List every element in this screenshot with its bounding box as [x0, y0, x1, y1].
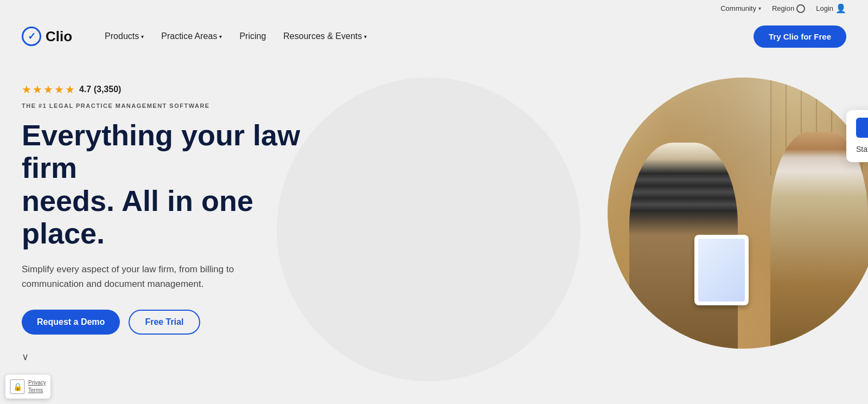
star-rating: ★ ★ ★ ★ ★ — [22, 83, 75, 96]
request-demo-button[interactable]: Request a Demo — [22, 310, 120, 335]
hero-left: ★ ★ ★ ★ ★ 4.7 (3,350) THE #1 LEGAL PRACT… — [22, 72, 304, 363]
rating-row: ★ ★ ★ ★ ★ 4.7 (3,350) — [22, 83, 304, 96]
login-label: Login — [816, 4, 833, 12]
send-bill-card: Send Bill by Email Status Unpaid — [846, 110, 868, 162]
gdpr-icon: 🔒 — [10, 379, 25, 394]
free-trial-button[interactable]: Free Trial — [129, 310, 200, 335]
rating-value: 4.7 (3,350) — [79, 85, 121, 94]
hero-section: ★ ★ ★ ★ ★ 4.7 (3,350) THE #1 LEGAL PRACT… — [0, 56, 868, 400]
practice-chevron: ▾ — [219, 34, 222, 40]
tablet-screen — [698, 239, 745, 302]
community-menu[interactable]: Community ▾ — [720, 4, 761, 12]
hero-description: Simplify every aspect of your law firm, … — [22, 262, 250, 291]
nav-resources[interactable]: Resources & Events ▾ — [283, 31, 367, 41]
privacy-link[interactable]: Privacy — [28, 379, 46, 387]
nav-links: Products ▾ Practice Areas ▾ Pricing Reso… — [105, 31, 754, 41]
tablet-prop — [694, 235, 749, 305]
status-row: Status Unpaid — [856, 143, 868, 155]
scroll-down-arrow[interactable]: ∨ — [22, 351, 304, 363]
resources-chevron: ▾ — [364, 34, 367, 40]
try-clio-button[interactable]: Try Clio for Free — [754, 25, 846, 48]
star-2: ★ — [33, 83, 42, 96]
gdpr-badge: 🔒 Privacy Terms — [5, 375, 50, 399]
top-bar: Community ▾ Region Login 👤 — [0, 0, 868, 17]
star-4: ★ — [54, 83, 64, 96]
terms-link[interactable]: Terms — [28, 387, 46, 394]
send-bill-button[interactable]: Send Bill by Email — [856, 118, 868, 138]
headline-line1: Everything your law firm — [22, 119, 300, 184]
logo-icon — [22, 27, 41, 46]
status-label: Status — [856, 145, 868, 153]
nav-practice-areas[interactable]: Practice Areas ▾ — [161, 31, 222, 41]
nav-pricing[interactable]: Pricing — [239, 31, 266, 41]
star-5: ★ — [65, 83, 75, 96]
login-link[interactable]: Login 👤 — [816, 3, 846, 14]
headline-line2: needs. All in one place. — [22, 184, 253, 249]
region-label: Region — [772, 4, 794, 12]
logo[interactable]: Clio — [22, 27, 72, 46]
region-menu[interactable]: Region — [772, 4, 805, 13]
person-icon: 👤 — [835, 3, 846, 14]
hero-subtitle-tag: THE #1 LEGAL PRACTICE MANAGEMENT SOFTWAR… — [22, 102, 304, 109]
community-label: Community — [720, 4, 756, 12]
background-circle — [277, 78, 580, 381]
products-chevron: ▾ — [141, 34, 144, 40]
gdpr-text: Privacy Terms — [28, 379, 46, 394]
hero-photo — [608, 78, 868, 349]
hero-cta-buttons: Request a Demo Free Trial — [22, 310, 304, 335]
logo-text: Clio — [46, 28, 72, 45]
hero-right: Send Bill by Email Status Unpaid ⏸ 00:00… — [304, 72, 868, 381]
nav-products[interactable]: Products ▾ — [105, 31, 144, 41]
star-3: ★ — [43, 83, 53, 96]
globe-icon — [796, 4, 805, 13]
hero-headline: Everything your law firm needs. All in o… — [22, 119, 304, 250]
figure-man-body — [770, 132, 868, 349]
community-chevron: ▾ — [758, 5, 761, 11]
star-1: ★ — [22, 83, 31, 96]
navbar: Clio Products ▾ Practice Areas ▾ Pricing… — [0, 17, 868, 56]
